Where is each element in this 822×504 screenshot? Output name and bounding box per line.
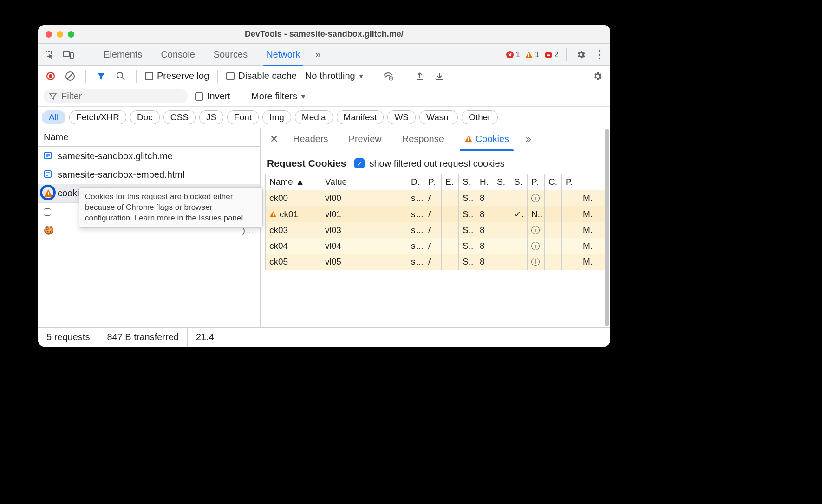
tab-network[interactable]: Network [257, 44, 309, 66]
table-row[interactable]: ck05vl05s…/S..8iM. [266, 254, 605, 270]
col-expires[interactable]: E. [442, 174, 459, 190]
chip-css[interactable]: CSS [163, 110, 196, 124]
chip-doc[interactable]: Doc [130, 110, 160, 124]
search-button[interactable] [114, 69, 128, 83]
cell: / [424, 190, 442, 206]
col-priority[interactable]: P. [562, 174, 577, 190]
chip-js[interactable]: JS [199, 110, 223, 124]
chip-ws[interactable]: WS [387, 110, 416, 124]
upload-har-icon[interactable] [413, 69, 427, 83]
column-header-name[interactable]: Name [38, 128, 260, 147]
cell-value: vl04 [321, 238, 407, 254]
detail-tabs: ✕ Headers Preview Response Cookies » [261, 128, 610, 150]
cell [493, 206, 510, 222]
cell: / [424, 206, 442, 222]
request-details: ✕ Headers Preview Response Cookies » Req… [261, 128, 610, 327]
header-label: P. [566, 177, 573, 187]
filter-input[interactable]: Filter [44, 89, 188, 103]
more-tabs-icon[interactable]: » [315, 49, 321, 61]
request-row[interactable]: samesite-sandbox-embed.html [38, 165, 260, 184]
request-row[interactable]: samesite-sandbox.glitch.me [38, 147, 260, 165]
download-har-icon[interactable] [432, 69, 446, 83]
cell [510, 238, 528, 254]
tab-console[interactable]: Console [151, 44, 204, 66]
cell [562, 206, 579, 222]
scrollbar[interactable] [605, 129, 609, 326]
error-count[interactable]: 1 [506, 50, 520, 59]
show-filtered-checkbox[interactable]: ✓ show filtered out request cookies [354, 158, 504, 169]
chip-all[interactable]: All [42, 110, 65, 124]
filter-toggle-icon[interactable] [94, 69, 108, 83]
col-size[interactable]: S. [459, 174, 476, 190]
panel-tabs: Elements Console Sources Network » [94, 44, 321, 66]
cell: 8 [476, 190, 493, 206]
chip-manifest[interactable]: Manifest [337, 110, 384, 124]
chevron-down-icon: ▼ [358, 72, 365, 80]
cell: S.. [459, 206, 476, 222]
col-partition[interactable]: P. [528, 174, 545, 190]
inspect-icon[interactable] [42, 47, 58, 63]
invert-checkbox[interactable]: Invert [195, 91, 230, 102]
tab-sources[interactable]: Sources [204, 44, 257, 66]
device-toolbar-icon[interactable] [60, 47, 76, 63]
disable-cache-checkbox[interactable]: Disable cache [226, 71, 297, 81]
detail-tab-preview[interactable]: Preview [339, 128, 392, 150]
settings-icon[interactable] [574, 48, 588, 62]
more-tabs-icon[interactable]: » [526, 133, 531, 145]
cookie-name: ck05 [269, 257, 288, 267]
throttling-select[interactable]: No throttling▼ [305, 71, 365, 81]
cell: 8 [476, 222, 493, 238]
network-settings-icon[interactable] [591, 69, 605, 83]
chip-font[interactable]: Font [227, 110, 259, 124]
table-row[interactable]: ck03vl03s…/S..8iM. [266, 222, 605, 238]
kebab-menu-icon[interactable] [593, 48, 607, 62]
col-samesite[interactable]: S. [510, 174, 528, 190]
cell: i [528, 190, 545, 206]
tab-elements[interactable]: Elements [94, 44, 151, 66]
col-path[interactable]: P. [424, 174, 442, 190]
detail-tab-cookies[interactable]: Cookies [454, 128, 519, 150]
status-text: 847 B transferred [107, 332, 179, 342]
minimize-icon[interactable] [57, 31, 63, 38]
separator [241, 90, 241, 103]
cell: 8 [476, 254, 493, 270]
close-details-icon[interactable]: ✕ [265, 133, 283, 145]
detail-tab-headers[interactable]: Headers [283, 128, 339, 150]
chip-img[interactable]: Img [262, 110, 291, 124]
col-name[interactable]: Name▲ [266, 174, 321, 190]
svg-rect-30 [468, 137, 469, 140]
zoom-icon[interactable] [68, 31, 74, 38]
table-row[interactable]: ck00vl00s…/S..8iM. [266, 190, 605, 206]
cell: i [528, 222, 545, 238]
col-secure[interactable]: S. [493, 174, 510, 190]
col-value[interactable]: Value [321, 174, 407, 190]
clear-button[interactable] [63, 69, 77, 83]
close-icon[interactable] [46, 31, 52, 38]
header-label: S. [463, 177, 471, 187]
document-icon [44, 151, 53, 161]
col-domain[interactable]: D. [407, 174, 424, 190]
record-button[interactable] [44, 69, 58, 83]
separator [85, 70, 86, 83]
table-row[interactable]: ck04vl04s…/S..8iM. [266, 238, 605, 254]
detail-tab-response[interactable]: Response [392, 128, 454, 150]
cell: s… [407, 222, 424, 238]
warning-count[interactable]: 1 [525, 50, 539, 59]
titlebar: DevTools - samesite-sandbox.glitch.me/ [38, 25, 610, 44]
chip-wasm[interactable]: Wasm [419, 110, 458, 124]
chip-media[interactable]: Media [295, 110, 333, 124]
more-filters-dropdown[interactable]: More filters▼ [251, 91, 307, 102]
preserve-log-checkbox[interactable]: Preserve log [145, 71, 209, 81]
cell [545, 190, 562, 206]
chip-fetch-xhr[interactable]: Fetch/XHR [69, 110, 126, 124]
chip-other[interactable]: Other [462, 110, 498, 124]
col-crosssite[interactable]: C. [545, 174, 562, 190]
checkbox-icon [145, 72, 153, 80]
network-conditions-icon[interactable] [382, 69, 396, 83]
checkbox-checked-icon: ✓ [354, 158, 365, 168]
col-httponly[interactable]: H. [476, 174, 493, 190]
info-icon: i [531, 226, 540, 234]
issue-count[interactable]: 2 [544, 50, 559, 59]
table-row[interactable]: ck01vl01s…/S..8✓.N..M. [266, 206, 605, 222]
cell [545, 206, 562, 222]
